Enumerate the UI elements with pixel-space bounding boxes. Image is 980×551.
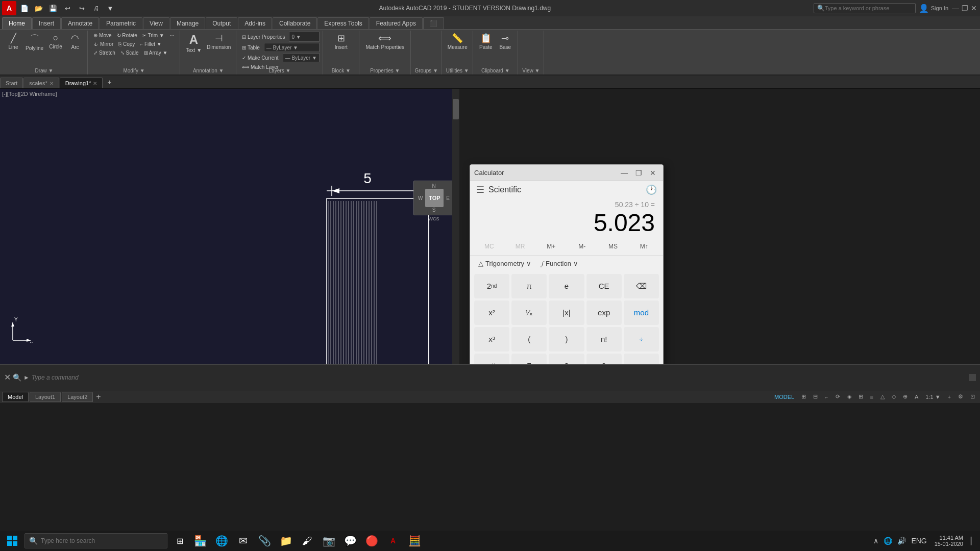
mem-clear-btn[interactable]: MC <box>474 240 504 253</box>
status-otrack[interactable]: ⊞ <box>855 392 866 401</box>
btn-multiply[interactable]: × <box>624 354 659 364</box>
new-layout-btn[interactable]: + <box>94 392 103 402</box>
move-btn[interactable]: ⊕ Move <box>91 32 113 39</box>
calc-minimize-btn[interactable]: — <box>618 167 630 179</box>
tab-annotate[interactable]: Annotate <box>61 17 99 29</box>
taskbar-search-input[interactable] <box>41 537 163 544</box>
table-btn[interactable]: ⊞ Table <box>240 44 262 52</box>
btn-7[interactable]: 7 <box>511 354 547 364</box>
tab-scales[interactable]: scales* ✕ <box>23 78 59 88</box>
calculator-app[interactable]: 🧮 <box>404 531 425 551</box>
tab-addins[interactable]: Add-ins <box>238 17 272 29</box>
draw-circle-btn[interactable]: ○ Circle <box>46 32 65 51</box>
btn-close-paren[interactable]: ) <box>549 327 584 352</box>
history-btn[interactable]: 🕐 <box>646 184 657 195</box>
chrome-app[interactable]: 🔴 <box>361 531 382 551</box>
show-desktop-btn[interactable]: ▏ <box>969 537 978 545</box>
tab-more[interactable]: ⬛ <box>423 17 444 29</box>
text-btn[interactable]: A Text ▼ <box>184 32 204 54</box>
scale-btn[interactable]: ⤡ Scale <box>118 49 141 57</box>
tab-view[interactable]: View <box>143 17 169 29</box>
draw-line-btn[interactable]: ╱ Line <box>4 32 22 51</box>
cmd-scroll-btn[interactable] <box>969 374 976 381</box>
taskbar-search-box[interactable]: 🔍 <box>24 533 167 548</box>
vertical-scrollbar[interactable] <box>452 89 459 364</box>
paint-app[interactable]: 🖌 <box>297 531 317 551</box>
mem-recall-btn[interactable]: MR <box>505 240 535 253</box>
top-face[interactable]: TOP <box>425 189 444 207</box>
btn-divide[interactable]: ÷ <box>624 327 659 352</box>
btn-reciprocal[interactable]: ¹⁄ₓ <box>511 300 547 325</box>
tray-network[interactable]: 🌐 <box>882 537 894 545</box>
paste-btn[interactable]: 📋 Paste <box>477 32 495 51</box>
status-gizmo[interactable]: ⊕ <box>900 392 911 401</box>
btn-xy[interactable]: xʸ <box>474 354 509 364</box>
cmd-search-btn[interactable]: 🔍 <box>13 373 21 382</box>
save-btn[interactable]: 💾 <box>47 2 59 14</box>
cmd-close-btn[interactable]: ✕ <box>4 372 11 382</box>
btn-e[interactable]: e <box>549 274 584 298</box>
layout-layout1[interactable]: Layout1 <box>30 392 61 402</box>
search-input[interactable] <box>825 5 901 11</box>
command-input[interactable] <box>32 374 967 381</box>
sign-in-btn[interactable]: Sign In <box>931 5 948 11</box>
rotate-btn[interactable]: ↻ Rotate <box>115 32 139 39</box>
office-app[interactable]: 📎 <box>254 531 275 551</box>
ribbon-search[interactable]: 🔍 <box>814 3 916 13</box>
trig-btn[interactable]: △ Trigonometry ∨ <box>474 258 535 269</box>
viewcube[interactable]: N W TOP E S WCS <box>413 181 454 221</box>
layout-model[interactable]: Model <box>2 392 29 402</box>
tab-drawing1-close[interactable]: ✕ <box>93 81 97 86</box>
tray-volume[interactable]: 🔊 <box>896 537 908 545</box>
system-clock[interactable]: 11:41 AM 15-01-2020 <box>930 535 967 547</box>
status-polar[interactable]: ⟳ <box>832 392 843 401</box>
match-properties-btn[interactable]: ⟺ Match Properties <box>364 32 407 51</box>
mem-add-btn[interactable]: M+ <box>536 240 566 253</box>
redo-btn[interactable]: ↪ <box>76 2 88 14</box>
status-grid[interactable]: ⊞ <box>798 392 809 401</box>
layer-properties-btn[interactable]: ⊟ Layer Properties <box>240 33 287 41</box>
mem-store-btn[interactable]: MS <box>598 240 628 253</box>
autocad-app[interactable]: A <box>383 531 403 551</box>
tab-parametric[interactable]: Parametric <box>100 17 142 29</box>
draw-arc-btn[interactable]: ◠ Arc <box>66 32 84 51</box>
copy-btn[interactable]: ⎘ Copy <box>116 40 137 48</box>
array-btn[interactable]: ⊞ Array ▼ <box>142 49 170 57</box>
trim-btn[interactable]: ✂ Trim ▼ <box>140 32 166 39</box>
undo-btn[interactable]: ↩ <box>61 2 74 14</box>
edge-app[interactable]: 🌐 <box>211 531 232 551</box>
explorer-app[interactable]: 📁 <box>276 531 296 551</box>
status-fullscreen[interactable]: ⊡ <box>967 392 978 401</box>
qaccess-arrow[interactable]: ▼ <box>104 2 116 14</box>
status-annotation[interactable]: A <box>912 393 921 401</box>
status-selection[interactable]: ◇ <box>889 392 899 401</box>
btn-mod[interactable]: mod <box>624 300 659 325</box>
btn-2nd[interactable]: 2nd <box>474 274 509 298</box>
tab-express[interactable]: Express Tools <box>317 17 369 29</box>
btn-pi[interactable]: π <box>511 274 547 298</box>
btn-factorial[interactable]: n! <box>586 327 622 352</box>
tray-lang[interactable]: ENG <box>910 537 928 545</box>
trim-more-btn[interactable]: ⋯ <box>167 32 177 39</box>
bylayer-dropdown1[interactable]: — ByLayer ▼ <box>266 45 298 51</box>
bylayer-dropdown2[interactable]: — ByLayer ▼ <box>285 55 317 61</box>
minimize-btn[interactable]: — <box>951 4 960 12</box>
task-view-btn[interactable]: ⊞ <box>169 531 190 551</box>
measure-btn[interactable]: 📏 Measure <box>446 32 470 51</box>
tab-scales-close[interactable]: ✕ <box>50 81 54 86</box>
btn-abs[interactable]: |x| <box>549 300 584 325</box>
scrollbar-thumb[interactable] <box>453 99 459 119</box>
tab-start[interactable]: Start <box>0 78 23 88</box>
tab-featured[interactable]: Featured Apps <box>370 17 423 29</box>
btn-x2[interactable]: x² <box>474 300 509 325</box>
btn-8[interactable]: 8 <box>549 354 584 364</box>
btn-exp[interactable]: exp <box>586 300 622 325</box>
stretch-btn[interactable]: ⤢ Stretch <box>91 49 117 57</box>
status-zoom-in[interactable]: + <box>945 393 954 401</box>
tab-drawing1[interactable]: Drawing1* ✕ <box>60 78 103 88</box>
tab-manage[interactable]: Manage <box>170 17 205 29</box>
tray-arrow[interactable]: ∧ <box>872 537 880 545</box>
status-lineweight[interactable]: ≡ <box>867 393 876 401</box>
make-current-btn[interactable]: ✓ Make Current <box>240 54 280 62</box>
mem-sub-btn[interactable]: M- <box>567 240 597 253</box>
